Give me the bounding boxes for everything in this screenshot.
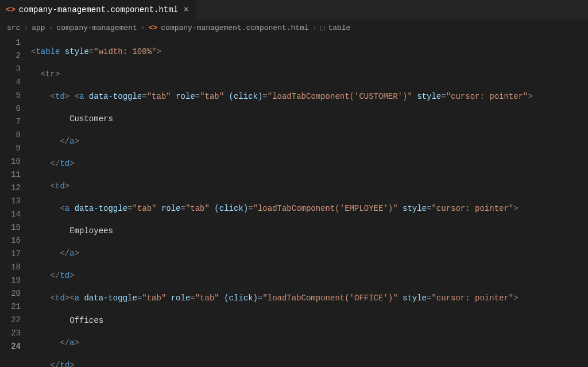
close-icon[interactable]: × (181, 5, 191, 14)
breadcrumb-segment[interactable]: company-management (56, 24, 137, 32)
line-number-gutter: 123456789101112131415161718192021222324 (0, 35, 31, 367)
symbol-icon: ⬚ (320, 23, 325, 32)
editor[interactable]: 123456789101112131415161718192021222324 … (0, 35, 588, 367)
html-file-icon: <> (149, 24, 158, 32)
html-file-icon: <> (6, 5, 16, 14)
editor-tab[interactable]: <> company-management.component.html × (0, 0, 197, 20)
breadcrumb[interactable]: src › app › company-management › <> comp… (0, 20, 588, 35)
breadcrumb-segment[interactable]: src (7, 24, 20, 32)
breadcrumb-segment[interactable]: table (328, 24, 350, 32)
breadcrumb-segment[interactable]: company-management.component.html (161, 24, 308, 32)
chevron-right-icon: › (312, 24, 317, 32)
breadcrumb-segment[interactable]: app (32, 24, 45, 32)
tab-filename: company-management.component.html (19, 5, 178, 14)
chevron-right-icon: › (49, 24, 53, 32)
chevron-right-icon: › (24, 24, 28, 32)
chevron-right-icon: › (141, 24, 145, 32)
code-area[interactable]: <table style="width: 100%"> <tr> <td> <a… (31, 35, 588, 367)
tab-bar: <> company-management.component.html × (0, 0, 588, 20)
